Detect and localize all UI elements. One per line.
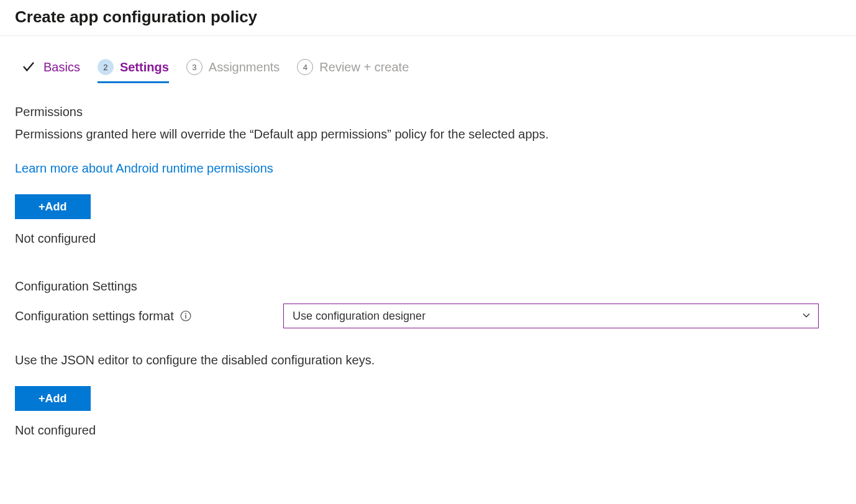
configuration-format-value: Use configuration designer — [293, 310, 426, 323]
wizard-tabs: Basics 2 Settings 3 Assignments 4 Review… — [15, 36, 841, 84]
configuration-settings-heading: Configuration Settings — [15, 279, 841, 294]
configuration-format-field: Configuration settings format Use config… — [15, 304, 841, 328]
permissions-learn-more-link[interactable]: Learn more about Android runtime permiss… — [15, 161, 273, 176]
configuration-add-button[interactable]: +Add — [15, 386, 91, 411]
info-icon[interactable] — [180, 310, 191, 322]
tab-settings-label: Settings — [120, 60, 169, 74]
configuration-settings-section: Configuration Settings Configuration set… — [15, 279, 841, 438]
tab-settings-badge: 2 — [98, 59, 114, 75]
checkmark-icon — [20, 58, 37, 76]
tab-basics[interactable]: Basics — [20, 58, 80, 84]
svg-point-1 — [185, 313, 186, 314]
permissions-heading: Permissions — [15, 105, 841, 119]
configuration-status: Not configured — [15, 423, 841, 438]
page-title: Create app configuration policy — [15, 7, 841, 27]
tab-review-badge: 4 — [297, 59, 313, 75]
configuration-help-text: Use the JSON editor to configure the dis… — [15, 353, 841, 367]
tab-review[interactable]: 4 Review + create — [297, 59, 409, 83]
configuration-format-label: Configuration settings format — [15, 309, 174, 323]
permissions-status: Not configured — [15, 232, 841, 246]
permissions-add-button[interactable]: +Add — [15, 194, 91, 219]
tab-review-label: Review + create — [319, 60, 409, 74]
permissions-description: Permissions granted here will override t… — [15, 125, 841, 143]
svg-rect-2 — [185, 315, 186, 318]
tab-assignments-label: Assignments — [209, 60, 280, 74]
tab-assignments-badge: 3 — [186, 59, 203, 75]
tab-settings[interactable]: 2 Settings — [98, 59, 169, 83]
configuration-format-select[interactable]: Use configuration designer — [283, 304, 819, 328]
tab-basics-label: Basics — [43, 60, 80, 74]
permissions-section: Permissions Permissions granted here wil… — [15, 105, 841, 246]
tab-assignments[interactable]: 3 Assignments — [186, 59, 280, 83]
